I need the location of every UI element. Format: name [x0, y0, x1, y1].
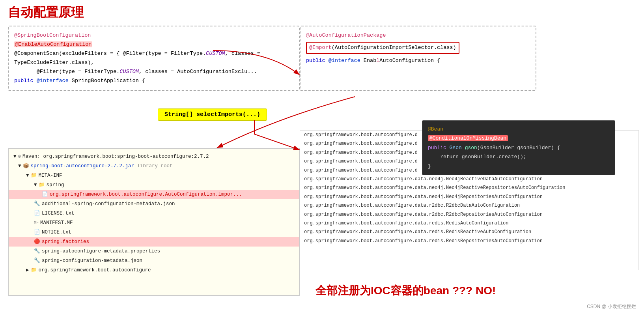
tree-jar-label: spring-boot-autoconfigure-2.7.2.jar libr…	[31, 162, 173, 170]
right-top-line2: @Import(AutoConfigurationImportSelector.…	[306, 40, 530, 54]
tree-manifest: MF MANIFEST.MF	[9, 218, 299, 228]
tree-expand-icon3: ▼	[26, 172, 29, 179]
tree-notice: 📄 NOTICE.txt	[9, 228, 299, 237]
left-code-line5: public @interface SpringBootApplication …	[14, 77, 293, 86]
tree-root: ▼ ⚙ Maven: org.springframework.boot:spri…	[9, 152, 299, 161]
tree-factories-icon: 🔴	[34, 238, 40, 246]
tree-file-icon: 📄	[42, 191, 48, 198]
list-item: org.springframework.boot.autoconfigure.d…	[300, 175, 638, 183]
list-item: org.springframework.boot.autoconfigure.d…	[300, 210, 638, 219]
tree-expand-icon5: ▶	[26, 266, 29, 274]
tree-folder-icon: 📁	[31, 172, 37, 179]
bottom-note: 全部注册为IOC容器的bean ??? NO!	[315, 283, 496, 298]
right-top-line3: public @interface EnablAutoConfiguration…	[306, 56, 530, 65]
csdn-watermark: CSDN @ 小袁拒绝摆烂	[587, 303, 636, 310]
tree-root-label: Maven: org.springframework.boot:spring-b…	[22, 153, 209, 161]
tree-manifest-label: MANIFEST.MF	[40, 219, 73, 227]
list-item: org.springframework.boot.autoconfigure.d…	[300, 201, 638, 210]
left-code-line4: @Filter(type = FilterType.CUSTOM, classe…	[14, 67, 293, 77]
tree-maven-icon: ⚙	[18, 153, 21, 161]
tree-spring-config-json: 🔧 spring-configuration-metadata.json	[9, 256, 299, 265]
tree-meta-inf-label: META-INF	[39, 172, 62, 179]
tree-autoconfigure-metadata: 🔧 spring-autoconfigure-metadata.properti…	[9, 247, 299, 256]
tree-expand-icon4: ▼	[34, 181, 37, 189]
file-tree-box: ▼ ⚙ Maven: org.springframework.boot:spri…	[8, 148, 300, 296]
left-code-line3: @ComponentScan(excludeFilters = { @Filte…	[14, 49, 293, 67]
list-item: org.springframework.boot.autoconfigure.d…	[300, 237, 638, 245]
tree-config-json-label: spring-configuration-metadata.json	[42, 257, 142, 265]
list-item: org.springframework.boot.autoconfigure.d…	[300, 228, 638, 236]
list-item: org.springframework.boot.autoconfigure.d…	[300, 219, 638, 228]
page-title: 自动配置原理	[8, 4, 84, 21]
right-top-code-box: @AutoConfigurationPackage @Import(AutoCo…	[300, 26, 536, 91]
tree-pkg-folder-icon: 📁	[31, 266, 37, 274]
tree-autoconfigure-pkg: ▶ 📁 org.springframework.boot.autoconfigu…	[9, 265, 299, 275]
tree-factories-label: spring.factories	[42, 238, 89, 246]
tree-notice-icon: 📄	[34, 228, 40, 236]
tree-manifest-icon: MF	[34, 220, 39, 226]
left-code-box: @SpringBootConfiguration @EnableAutoConf…	[8, 26, 300, 91]
tree-metadata-label: spring-autoconfigure-metadata.properties	[42, 247, 160, 255]
tree-spring-factories: 🔴 spring.factories	[9, 237, 299, 247]
left-code-line1: @SpringBootConfiguration	[14, 31, 293, 40]
tree-config-json-icon: 🔧	[34, 257, 40, 265]
right-top-line1: @AutoConfigurationPackage	[306, 31, 530, 40]
tree-notice-label: NOTICE.txt	[42, 228, 71, 236]
tree-folder-icon2: 📁	[39, 181, 45, 189]
tree-license-label: LICENSE.txt	[42, 209, 75, 217]
tree-jar-icon: 📦	[23, 162, 29, 170]
bean-line3: public Gson gson(GsonBuilder gsonBuilder…	[428, 143, 609, 152]
tree-meta-inf: ▼ 📁 META-INF	[9, 171, 299, 180]
left-code-line2: @EnableAutoConfiguration	[14, 40, 293, 49]
tree-spring-label: spring	[47, 181, 64, 189]
tree-config-icon: 🔧	[34, 200, 40, 208]
tree-license-icon: 📄	[34, 209, 40, 217]
tree-autoconfig-import: 📄 org.springframework.boot.autoconfigure…	[9, 190, 299, 199]
tree-license: 📄 LICENSE.txt	[9, 209, 299, 218]
tree-expand-icon: ▼	[13, 153, 17, 161]
tree-metadata-icon: 🔧	[34, 247, 40, 255]
tree-pkg-label: org.springframework.boot.autoconfigure	[39, 266, 151, 274]
bean-line1: @Bean	[428, 125, 609, 134]
bean-line4: return gsonBuilder.create();	[428, 152, 609, 161]
bean-popup: @Bean @ConditionalOnMissingBean public G…	[422, 120, 615, 175]
tree-additional-json: 🔧 additional-spring-configuration-metada…	[9, 199, 299, 209]
tree-autoconfig-label: org.springframework.boot.autoconfigure.A…	[50, 191, 242, 198]
tree-expand-icon2: ▼	[18, 162, 21, 170]
tree-additional-label: additional-spring-configuration-metadata…	[42, 200, 175, 208]
list-item: org.springframework.boot.autoconfigure.d…	[300, 193, 638, 201]
list-item: org.springframework.boot.autoconfigure.d…	[300, 183, 638, 192]
bean-line2: @ConditionalOnMissingBean	[428, 134, 609, 143]
tree-jar: ▼ 📦 spring-boot-autoconfigure-2.7.2.jar …	[9, 161, 299, 171]
bottom-note-text: 全部注册为IOC容器的bean ??? NO!	[315, 284, 496, 297]
select-imports-banner: String[] selectImports(...)	[158, 108, 267, 121]
tree-spring-folder: ▼ 📁 spring	[9, 180, 299, 190]
bean-line5: }	[428, 162, 609, 171]
